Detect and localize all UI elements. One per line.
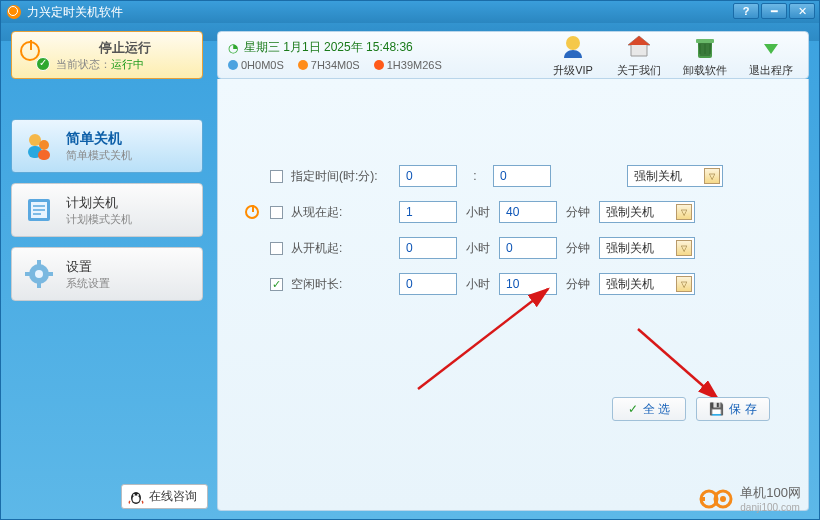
nav-simple-sub: 简单模式关机	[66, 148, 132, 163]
about-label: 关于我们	[617, 63, 661, 78]
select-action-r4[interactable]: 强制关机▽	[599, 273, 695, 295]
row-idle-duration: ✓ 空闲时长: 小时 分钟 强制关机▽	[242, 273, 776, 295]
svg-point-7	[35, 270, 43, 278]
power-icon	[245, 205, 259, 219]
status-stop-label: 停止运行	[56, 39, 194, 57]
exit-arrow-icon	[756, 32, 786, 62]
uninstall-button[interactable]: 卸载软件	[678, 32, 732, 78]
svg-point-24	[720, 496, 726, 502]
exit-button[interactable]: 退出程序	[744, 32, 798, 78]
uptime-3: 1H39M26S	[387, 59, 442, 71]
clock-datetime: 星期三 1月1日 2025年 15:48:36	[244, 39, 413, 56]
sidebar: 停止运行 当前状态：运行中 简单关机 简单模式关机	[1, 23, 213, 520]
chevron-down-icon: ▽	[676, 204, 692, 220]
input-r3-hour[interactable]	[399, 237, 457, 259]
close-button[interactable]: ✕	[789, 3, 815, 19]
checkbox-from-boot[interactable]	[270, 242, 283, 255]
annotation-arrow-1	[408, 279, 588, 399]
select-all-button[interactable]: ✓ 全 选	[612, 397, 686, 421]
vip-icon	[558, 32, 588, 62]
watermark-brand: 单机100网	[740, 484, 801, 502]
clock-area: ◔ 星期三 1月1日 2025年 15:48:36 0H0M0S 7H34M0S…	[228, 39, 546, 71]
dot-orange-icon	[298, 60, 308, 70]
svg-rect-8	[37, 260, 41, 266]
help-button[interactable]: ?	[733, 3, 759, 19]
select-action-r3[interactable]: 强制关机▽	[599, 237, 695, 259]
svg-line-15	[418, 289, 548, 389]
topbar: ◔ 星期三 1月1日 2025年 15:48:36 0H0M0S 7H34M0S…	[217, 31, 809, 79]
input-r4-hour[interactable]	[399, 273, 457, 295]
input-r2-min[interactable]	[499, 201, 557, 223]
row-from-now: 从现在起: 小时 分钟 强制关机▽	[242, 201, 776, 223]
power-status-icon	[20, 41, 48, 69]
uninstall-label: 卸载软件	[683, 63, 727, 78]
app-title: 力兴定时关机软件	[27, 4, 123, 21]
dot-red-icon	[374, 60, 384, 70]
content-area: 停止运行 当前状态：运行中 简单关机 简单模式关机	[1, 23, 819, 520]
online-consult-button[interactable]: 在线咨询	[121, 484, 208, 509]
row-from-boot: 从开机起: 小时 分钟 强制关机▽	[242, 237, 776, 259]
input-r1-hour[interactable]	[399, 165, 457, 187]
chevron-down-icon: ▽	[676, 240, 692, 256]
input-r3-min[interactable]	[499, 237, 557, 259]
nav: 简单关机 简单模式关机 计划关机 计划模式关机	[11, 119, 203, 301]
minimize-button[interactable]: ━	[761, 3, 787, 19]
checkbox-from-now[interactable]	[270, 206, 283, 219]
row-specified-time: 指定时间(时:分): : 强制关机▽	[242, 165, 776, 187]
label-from-now: 从现在起:	[291, 204, 391, 221]
action-buttons: ✓ 全 选 💾 保 存	[612, 397, 770, 421]
checkbox-specified-time[interactable]	[270, 170, 283, 183]
checkbox-idle-duration[interactable]: ✓	[270, 278, 283, 291]
clock-icon: ◔	[228, 41, 238, 55]
status-running: 运行中	[111, 58, 144, 70]
trash-icon	[690, 32, 720, 62]
vip-label: 升级VIP	[553, 63, 593, 78]
qq-icon	[128, 489, 144, 505]
save-button[interactable]: 💾 保 存	[696, 397, 770, 421]
label-idle-duration: 空闲时长:	[291, 276, 391, 293]
exit-label: 退出程序	[749, 63, 793, 78]
main-area: ◔ 星期三 1月1日 2025年 15:48:36 0H0M0S 7H34M0S…	[213, 23, 819, 520]
chevron-down-icon: ▽	[704, 168, 720, 184]
select-action-r2[interactable]: 强制关机▽	[599, 201, 695, 223]
input-r2-hour[interactable]	[399, 201, 457, 223]
status-text: 停止运行 当前状态：运行中	[56, 39, 194, 72]
watermark-logo-icon	[698, 488, 734, 510]
input-r1-min[interactable]	[493, 165, 551, 187]
svg-rect-9	[37, 282, 41, 288]
nav-simple-title: 简单关机	[66, 130, 132, 148]
app-icon	[7, 5, 21, 19]
nav-settings[interactable]: 设置 系统设置	[11, 247, 203, 301]
nav-simple-shutdown[interactable]: 简单关机 简单模式关机	[11, 119, 203, 173]
nav-settings-title: 设置	[66, 258, 110, 276]
check-icon: ✓	[628, 402, 638, 416]
svg-rect-14	[696, 39, 714, 43]
online-label: 在线咨询	[149, 488, 197, 505]
status-prefix: 当前状态：	[56, 58, 111, 70]
label-specified-time: 指定时间(时:分):	[291, 168, 391, 185]
nav-plan-title: 计划关机	[66, 194, 132, 212]
app-window: 力兴定时关机软件 ? ━ ✕ 停止运行 当前状态：运行中	[0, 0, 820, 520]
uptime-2: 7H34M0S	[311, 59, 360, 71]
upgrade-vip-button[interactable]: 升级VIP	[546, 32, 600, 78]
svg-rect-11	[47, 272, 53, 276]
svg-line-16	[638, 329, 718, 399]
colon: :	[465, 169, 485, 183]
select-action-r1[interactable]: 强制关机▽	[627, 165, 723, 187]
svg-rect-10	[25, 272, 31, 276]
input-r4-min[interactable]	[499, 273, 557, 295]
unit-hour: 小时	[465, 204, 491, 221]
svg-point-12	[566, 36, 580, 50]
nav-settings-sub: 系统设置	[66, 276, 110, 291]
schedule-form: 指定时间(时:分): : 强制关机▽ 从现在起: 小时	[242, 165, 776, 295]
people-icon	[22, 129, 56, 163]
svg-point-18	[133, 495, 140, 502]
unit-min: 分钟	[565, 204, 591, 221]
nav-plan-shutdown[interactable]: 计划关机 计划模式关机	[11, 183, 203, 237]
svg-rect-23	[700, 497, 705, 501]
status-box[interactable]: 停止运行 当前状态：运行中	[11, 31, 203, 79]
titlebar: 力兴定时关机软件 ? ━ ✕	[1, 1, 819, 23]
chevron-down-icon: ▽	[676, 276, 692, 292]
about-button[interactable]: 关于我们	[612, 32, 666, 78]
form-panel: 指定时间(时:分): : 强制关机▽ 从现在起: 小时	[217, 79, 809, 511]
